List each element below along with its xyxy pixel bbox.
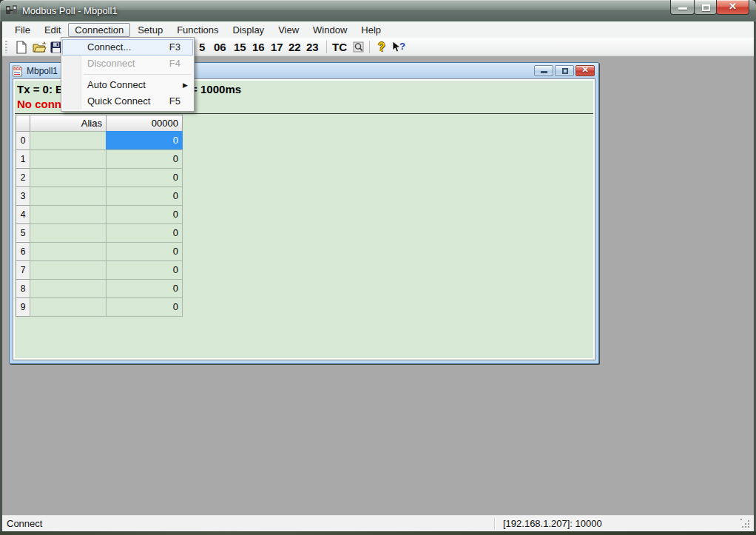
menu-window[interactable]: Window xyxy=(306,23,354,37)
menu-separator xyxy=(84,74,192,75)
new-file-icon xyxy=(16,41,27,54)
value-cell[interactable]: 0 xyxy=(106,186,183,206)
value-cell[interactable]: 0 xyxy=(106,223,183,243)
magnifier-doc-icon xyxy=(352,41,365,53)
communication-traffic-button[interactable] xyxy=(350,39,366,55)
new-file-button[interactable] xyxy=(13,39,30,55)
row-header[interactable]: 5 xyxy=(16,223,30,243)
context-help-button[interactable]: ? xyxy=(390,39,406,55)
table-row: 1 0 xyxy=(16,149,182,169)
value-cell-selected[interactable]: 0 xyxy=(106,131,183,150)
resize-grip[interactable] xyxy=(740,519,742,520)
menu-help[interactable]: Help xyxy=(354,23,388,37)
value-cell[interactable]: 0 xyxy=(106,260,183,280)
alias-column-header: Alias xyxy=(30,115,107,132)
open-folder-icon xyxy=(33,41,47,53)
minimize-icon xyxy=(541,71,547,73)
toolbar-gripper[interactable] xyxy=(5,41,7,53)
status-message: Connect xyxy=(7,518,42,529)
status-pane-divider xyxy=(494,518,495,529)
toolbar-separator xyxy=(326,41,327,53)
row-header[interactable]: 0 xyxy=(16,131,30,150)
fc-button-23[interactable]: 23 xyxy=(306,41,319,53)
menu-functions[interactable]: Functions xyxy=(170,23,225,37)
menu-item-auto-connect[interactable]: Auto Connect ▶ xyxy=(62,77,193,93)
fc-button-05[interactable]: 5 xyxy=(199,41,205,53)
row-header[interactable]: 1 xyxy=(16,149,30,169)
restore-icon xyxy=(562,68,568,74)
row-header[interactable]: 6 xyxy=(16,242,30,261)
maximize-icon xyxy=(702,4,710,11)
app-icon xyxy=(5,4,18,16)
table-row: 7 0 xyxy=(16,260,182,280)
shortcut-label: F4 xyxy=(169,55,180,72)
context-help-arrow-icon: ? xyxy=(391,41,405,53)
value-cell[interactable]: 0 xyxy=(106,205,183,224)
about-help-button[interactable]: ? xyxy=(374,39,390,55)
row-header[interactable]: 7 xyxy=(16,260,30,280)
menu-item-disconnect: Disconnect F4 xyxy=(62,55,193,72)
menu-item-label: Quick Connect xyxy=(87,95,150,107)
menu-file[interactable]: File xyxy=(8,23,37,37)
mdi-client-area: DOC Mbpoll1 ✕ Tx = 0: Err = 0: ID = 1: F… xyxy=(2,56,754,515)
minimize-icon xyxy=(678,7,687,10)
corner-header-cell xyxy=(16,115,30,132)
fc-button-17[interactable]: 17 xyxy=(271,41,283,53)
row-header[interactable]: 8 xyxy=(16,279,30,298)
header-separator xyxy=(15,113,593,114)
table-row: 9 0 xyxy=(16,297,182,317)
poll-form: Tx = 0: Err = 0: ID = 1: F = 03: SR = 10… xyxy=(15,81,593,358)
row-header[interactable]: 4 xyxy=(16,205,30,224)
row-header[interactable]: 3 xyxy=(16,186,30,206)
table-row: 3 0 xyxy=(16,186,182,206)
menu-item-quick-connect[interactable]: Quick Connect F5 xyxy=(62,93,193,110)
row-header[interactable]: 2 xyxy=(16,168,30,187)
alias-cell[interactable] xyxy=(30,131,107,150)
menu-display[interactable]: Display xyxy=(226,23,271,37)
value-cell[interactable]: 0 xyxy=(106,242,183,261)
close-icon: ✕ xyxy=(717,1,749,12)
value-cell[interactable]: 0 xyxy=(106,297,183,317)
alias-cell[interactable] xyxy=(30,279,107,298)
maximize-button[interactable] xyxy=(694,0,717,15)
value-cell[interactable]: 0 xyxy=(106,279,183,298)
menu-edit[interactable]: Edit xyxy=(38,23,67,37)
minimize-button[interactable] xyxy=(670,0,695,15)
fc-button-06[interactable]: 06 xyxy=(214,41,226,53)
help-icon: ? xyxy=(378,41,385,54)
document-icon: DOC xyxy=(12,65,23,77)
alias-cell[interactable] xyxy=(30,205,107,224)
menu-connection[interactable]: Connection xyxy=(68,23,130,37)
child-client-edge: Tx = 0: Err = 0: ID = 1: F = 03: SR = 10… xyxy=(13,78,595,360)
child-close-button[interactable]: ✕ xyxy=(576,65,595,76)
connection-address: [192.168.1.207]: 10000 xyxy=(503,518,602,529)
value-cell[interactable]: 0 xyxy=(106,168,183,187)
menu-view[interactable]: View xyxy=(271,23,306,37)
alias-cell[interactable] xyxy=(30,260,107,280)
fc-button-15[interactable]: 15 xyxy=(234,41,246,53)
fc-button-22[interactable]: 22 xyxy=(288,41,301,53)
child-minimize-button[interactable] xyxy=(534,65,553,76)
fc-button-16[interactable]: 16 xyxy=(252,41,265,53)
menu-item-label: Auto Connect xyxy=(87,79,146,90)
child-restore-button[interactable] xyxy=(555,65,574,76)
open-file-button[interactable] xyxy=(31,39,47,55)
close-button[interactable]: ✕ xyxy=(716,0,749,15)
register-grid: Alias 00000 0 0 1 0 xyxy=(16,115,182,317)
grid-header-row: Alias 00000 xyxy=(16,115,182,132)
menu-item-connect[interactable]: Connect... F3 xyxy=(62,39,193,55)
alias-cell[interactable] xyxy=(30,297,107,317)
titlebar[interactable]: Modbus Poll - Mbpoll1 ✕ xyxy=(0,0,756,21)
row-header[interactable]: 9 xyxy=(16,297,30,317)
alias-cell[interactable] xyxy=(30,168,107,187)
table-row: 5 0 xyxy=(16,223,182,243)
alias-cell[interactable] xyxy=(30,149,107,169)
alias-cell[interactable] xyxy=(30,186,107,206)
value-cell[interactable]: 0 xyxy=(106,149,183,169)
tc-button[interactable]: TC xyxy=(332,41,347,53)
table-row: 4 0 xyxy=(16,205,182,224)
table-row: 8 0 xyxy=(16,279,182,298)
menu-setup[interactable]: Setup xyxy=(131,23,169,37)
alias-cell[interactable] xyxy=(30,242,107,261)
alias-cell[interactable] xyxy=(30,223,107,243)
